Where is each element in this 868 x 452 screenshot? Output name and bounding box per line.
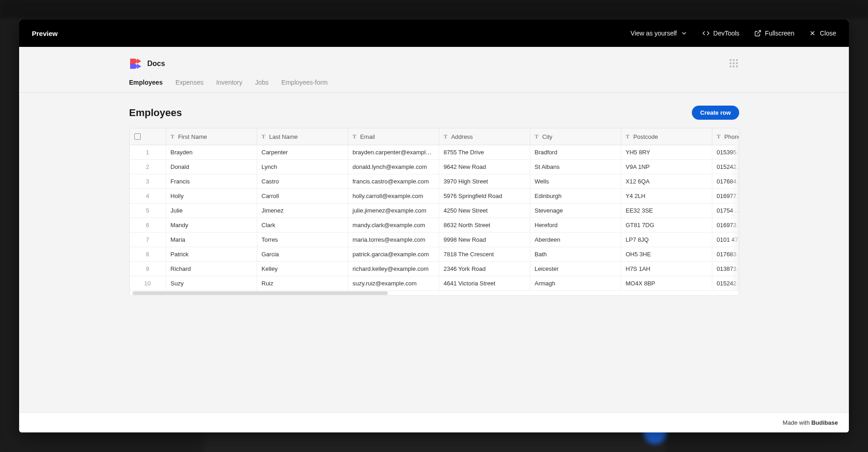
cell-email[interactable]: donald.lynch@example.com: [348, 160, 439, 174]
col-select[interactable]: [130, 128, 166, 145]
cell-phone[interactable]: 015395 13: [712, 145, 739, 160]
cell-phone[interactable]: 015242 46: [712, 160, 739, 174]
cell-last[interactable]: Torres: [257, 233, 348, 247]
cell-postcode[interactable]: X12 6QA: [621, 174, 712, 189]
col-email[interactable]: TEmail: [348, 128, 439, 145]
cell-last[interactable]: Jimenez: [257, 203, 348, 218]
col-phone[interactable]: TPhone: [712, 128, 739, 145]
cell-phone[interactable]: 016973 32: [712, 218, 739, 233]
cell-last[interactable]: Lynch: [257, 160, 348, 174]
cell-city[interactable]: Bath: [530, 247, 621, 262]
footer-brand: Budibase: [811, 419, 838, 426]
tab-inventory[interactable]: Inventory: [216, 79, 243, 86]
cell-email[interactable]: richard.kelley@example.com: [348, 262, 439, 276]
cell-email[interactable]: mandy.clark@example.com: [348, 218, 439, 233]
cell-phone[interactable]: 0101 472: [712, 233, 739, 247]
cell-email[interactable]: holly.carroll@example.com: [348, 189, 439, 203]
cell-email[interactable]: julie.jimenez@example.com: [348, 203, 439, 218]
cell-first[interactable]: Suzy: [166, 276, 257, 291]
tab-employees[interactable]: Employees: [129, 79, 163, 86]
row-number: 8: [130, 247, 166, 262]
cell-first[interactable]: Patrick: [166, 247, 257, 262]
cell-phone[interactable]: 01754 135: [712, 203, 739, 218]
cell-last[interactable]: Carroll: [257, 189, 348, 203]
cell-postcode[interactable]: EE32 3SE: [621, 203, 712, 218]
cell-city[interactable]: Wells: [530, 174, 621, 189]
cell-postcode[interactable]: OH5 3HE: [621, 247, 712, 262]
cell-address[interactable]: 8755 The Drive: [439, 145, 530, 160]
row-number: 5: [130, 203, 166, 218]
col-city[interactable]: TCity: [530, 128, 621, 145]
fullscreen-button[interactable]: Fullscreen: [754, 30, 795, 37]
cell-last[interactable]: Kelley: [257, 262, 348, 276]
cell-address[interactable]: 9642 New Road: [439, 160, 530, 174]
cell-city[interactable]: St Albans: [530, 160, 621, 174]
cell-postcode[interactable]: MO4X 8BP: [621, 276, 712, 291]
cell-city[interactable]: Leicester: [530, 262, 621, 276]
cell-last[interactable]: Ruiz: [257, 276, 348, 291]
close-button[interactable]: Close: [809, 30, 836, 37]
cell-city[interactable]: Armagh: [530, 276, 621, 291]
cell-first[interactable]: Maria: [166, 233, 257, 247]
cell-email[interactable]: brayden.carpenter@example.com: [348, 145, 439, 160]
cell-first[interactable]: Donald: [166, 160, 257, 174]
cell-last[interactable]: Castro: [257, 174, 348, 189]
cell-city[interactable]: Bradford: [530, 145, 621, 160]
cell-last[interactable]: Garcia: [257, 247, 348, 262]
cell-phone[interactable]: 017683 02: [712, 247, 739, 262]
tab-employees-form[interactable]: Employees-form: [281, 79, 328, 86]
cell-address[interactable]: 9998 New Road: [439, 233, 530, 247]
cell-address[interactable]: 4641 Victoria Street: [439, 276, 530, 291]
cell-phone[interactable]: 015242 79: [712, 276, 739, 291]
cell-phone[interactable]: 016977 73: [712, 189, 739, 203]
select-all-checkbox[interactable]: [134, 133, 141, 140]
cell-postcode[interactable]: V9A 1NP: [621, 160, 712, 174]
cell-first[interactable]: Richard: [166, 262, 257, 276]
cell-last[interactable]: Clark: [257, 218, 348, 233]
cell-address[interactable]: 5976 Springfield Road: [439, 189, 530, 203]
col-address[interactable]: TAddress: [439, 128, 530, 145]
tab-jobs[interactable]: Jobs: [255, 79, 269, 86]
cell-address[interactable]: 2346 York Road: [439, 262, 530, 276]
col-postcode[interactable]: TPostcode: [621, 128, 712, 145]
horizontal-scrollbar[interactable]: [130, 291, 739, 295]
close-icon: [809, 30, 816, 37]
cell-last[interactable]: Carpenter: [257, 145, 348, 160]
cell-postcode[interactable]: LP7 8JQ: [621, 233, 712, 247]
nav-tabs: EmployeesExpensesInventoryJobsEmployees-…: [129, 79, 739, 92]
cell-address[interactable]: 7818 The Crescent: [439, 247, 530, 262]
col-last-name[interactable]: TLast Name: [257, 128, 348, 145]
col-first-name[interactable]: TFirst Name: [166, 128, 257, 145]
tab-expenses[interactable]: Expenses: [175, 79, 203, 86]
devtools-button[interactable]: DevTools: [702, 30, 740, 37]
cell-first[interactable]: Brayden: [166, 145, 257, 160]
cell-postcode[interactable]: Y4 2LH: [621, 189, 712, 203]
cell-first[interactable]: Mandy: [166, 218, 257, 233]
cell-city[interactable]: Edinburgh: [530, 189, 621, 203]
cell-address[interactable]: 3970 High Street: [439, 174, 530, 189]
fullscreen-label: Fullscreen: [765, 30, 795, 37]
cell-phone[interactable]: 013873 65: [712, 262, 739, 276]
cell-phone[interactable]: 017684 23: [712, 174, 739, 189]
cell-email[interactable]: maria.torres@example.com: [348, 233, 439, 247]
view-as-dropdown[interactable]: View as yourself: [630, 30, 688, 37]
create-row-button[interactable]: Create row: [692, 106, 739, 120]
cell-postcode[interactable]: GT81 7DG: [621, 218, 712, 233]
cell-address[interactable]: 8632 North Street: [439, 218, 530, 233]
cell-postcode[interactable]: H7S 1AH: [621, 262, 712, 276]
cell-postcode[interactable]: YH5 8RY: [621, 145, 712, 160]
cell-address[interactable]: 4250 New Street: [439, 203, 530, 218]
cell-email[interactable]: patrick.garcia@example.com: [348, 247, 439, 262]
cell-first[interactable]: Francis: [166, 174, 257, 189]
cell-city[interactable]: Stevenage: [530, 203, 621, 218]
text-type-icon: T: [353, 133, 357, 140]
apps-menu-button[interactable]: [728, 58, 739, 69]
cell-email[interactable]: suzy.ruiz@example.com: [348, 276, 439, 291]
chevron-down-icon: [680, 30, 688, 37]
cell-city[interactable]: Hereford: [530, 218, 621, 233]
cell-first[interactable]: Holly: [166, 189, 257, 203]
cell-city[interactable]: Aberdeen: [530, 233, 621, 247]
brand-name: Docs: [147, 60, 165, 68]
cell-first[interactable]: Julie: [166, 203, 257, 218]
cell-email[interactable]: francis.castro@example.com: [348, 174, 439, 189]
